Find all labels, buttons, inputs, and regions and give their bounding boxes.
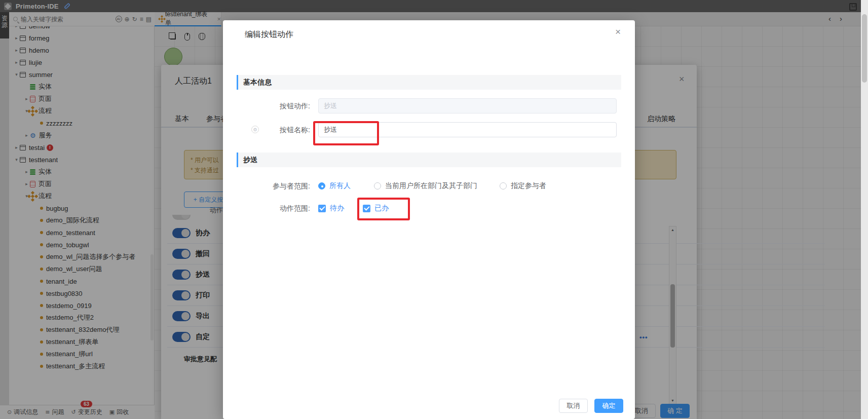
section-basic-info: 基本信息 [237,75,621,90]
page-scrollbar[interactable] [861,0,868,419]
radio-option-everyone[interactable]: 所有人 [318,178,351,194]
radio-unchecked-icon[interactable] [374,182,381,189]
action-field-label: 按钮动作: [243,98,310,113]
page-scrollbar-thumb[interactable] [862,14,867,83]
radio-checked-icon[interactable] [318,182,325,189]
checkbox-option-done[interactable]: 已办 [363,201,389,216]
action-field-input [318,98,617,113]
checkbox-option-todo[interactable]: 待办 [318,201,344,216]
modal-close-icon[interactable]: × [615,26,621,37]
name-field-input[interactable] [318,122,617,137]
app-window: Primeton-IDE testtenant_绑表单 × ‹ › 资源 AI … [0,0,868,419]
name-field-label: 按钮名称: [243,122,310,137]
action-scope-label: 动作范围: [243,201,310,216]
modal-ok-button[interactable]: 确定 [594,399,623,413]
edit-button-action-modal: 编辑按钮动作 × 基本信息 按钮动作: ⚙ 按钮名称: 抄送 参与者范围: 所有… [223,20,635,419]
radio-option-specified[interactable]: 指定参与者 [500,178,546,194]
participant-scope-label: 参与者范围: [243,178,310,194]
checkbox-checked-icon[interactable] [363,205,370,212]
radio-option-current-dept[interactable]: 当前用户所在部门及其子部门 [374,178,477,194]
modal-cancel-button[interactable]: 取消 [559,399,588,413]
radio-unchecked-icon[interactable] [500,182,507,189]
section-cc: 抄送 [237,153,621,167]
checkbox-checked-icon[interactable] [318,205,326,212]
modal-title: 编辑按钮动作 [245,29,293,40]
